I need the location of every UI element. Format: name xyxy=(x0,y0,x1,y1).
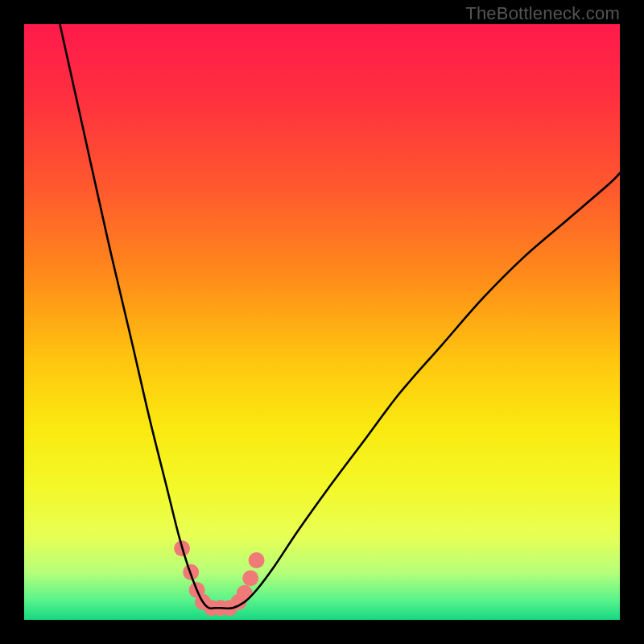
chart-marker xyxy=(242,570,258,586)
chart-frame: TheBottleneck.com xyxy=(0,0,644,644)
bottleneck-curve xyxy=(60,24,620,609)
chart-overlay xyxy=(24,24,620,620)
chart-markers xyxy=(174,540,265,616)
chart-marker xyxy=(237,585,253,601)
chart-marker xyxy=(249,552,265,568)
plot-area xyxy=(24,24,620,620)
watermark-text: TheBottleneck.com xyxy=(465,3,620,24)
